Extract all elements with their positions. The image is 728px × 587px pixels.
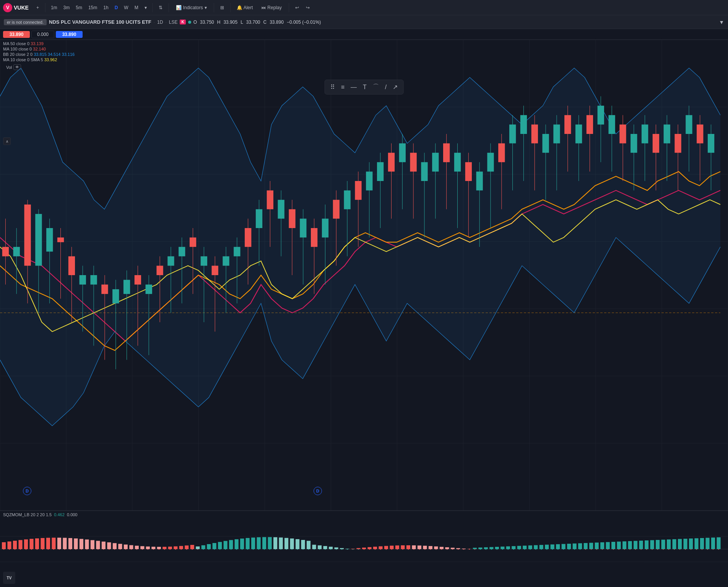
tf-15m[interactable]: 15m xyxy=(86,3,99,12)
sep2 xyxy=(152,3,153,12)
draw-lines-button[interactable]: ≡ xyxy=(339,82,347,92)
sub-chart[interactable]: SQZMOM_LB 20 2 20 1.5 0.462 0.000 TV xyxy=(0,510,728,587)
alert-button[interactable]: 🔔 Alert xyxy=(234,3,256,12)
indicators-chevron: ▾ xyxy=(205,5,207,10)
high-label: H xyxy=(217,20,221,25)
alert-icon: 🔔 xyxy=(237,5,242,10)
tf-M[interactable]: M xyxy=(132,3,141,12)
high-value: 33.905 xyxy=(223,20,237,25)
draw-horizontal-button[interactable]: — xyxy=(348,82,359,92)
draw-text-button[interactable]: T xyxy=(361,82,369,92)
live-price-dot xyxy=(188,21,191,24)
sep1 xyxy=(45,3,46,12)
tf-W[interactable]: W xyxy=(122,3,130,12)
tf-D[interactable]: D xyxy=(112,3,120,12)
draw-curve-button[interactable]: ⌒ xyxy=(370,82,381,93)
indicators-label: Indicators xyxy=(183,5,203,10)
tf-3m[interactable]: 3m xyxy=(61,3,72,12)
price-right-input[interactable] xyxy=(56,31,83,38)
price-input-row xyxy=(0,29,728,40)
sep5 xyxy=(230,3,231,12)
main-chart[interactable]: MA 50 close 0 33.139 MA 100 close 0 32.1… xyxy=(0,40,728,510)
indicators-icon: 📊 xyxy=(176,5,182,10)
sep3 xyxy=(169,3,169,12)
brand-name: VUKE xyxy=(14,5,29,11)
d-label-left: D xyxy=(23,487,31,495)
tf-more[interactable]: ▾ xyxy=(142,3,149,12)
redo-button[interactable]: ↪ xyxy=(303,3,313,12)
symbol-bar: er is not connected. NDS PLC VANGUARD FT… xyxy=(0,15,728,29)
sqzmom-val1: 0.462 xyxy=(54,512,65,517)
tradingview-logo: TV xyxy=(3,572,15,584)
sqzmom-val2: 0.000 xyxy=(67,512,78,517)
draw-arrow-button[interactable]: ↗ xyxy=(390,82,400,92)
sep6 xyxy=(289,3,289,12)
compare-button[interactable]: ⇅ xyxy=(156,3,166,12)
symbol-name: NDS PLC VANGUARD FTSE 100 UCITS ETF xyxy=(49,19,151,25)
drawing-toolbar: ⠿ ≡ — T ⌒ / ↗ xyxy=(325,80,404,95)
price-left-input[interactable] xyxy=(3,31,30,38)
chart-container: MA 50 close 0 33.139 MA 100 close 0 32.1… xyxy=(0,40,728,587)
undo-redo-group: ↩ ↪ xyxy=(292,3,313,12)
sep4 xyxy=(214,3,214,12)
sqzmom-label: SQZMOM_LB 20 2 20 1.5 0.462 0.000 xyxy=(3,512,77,517)
logo-icon: V xyxy=(3,3,12,12)
draw-line-button[interactable]: / xyxy=(383,82,389,92)
replay-icon: ⏮ xyxy=(261,5,266,10)
indicators-button[interactable]: 📊 Indicators ▾ xyxy=(172,3,211,12)
add-chart-button[interactable]: + xyxy=(33,3,42,12)
price-change: −0.005 (−0.01%) xyxy=(287,20,321,25)
open-label: O xyxy=(193,20,197,25)
tf-1h[interactable]: 1h xyxy=(101,3,110,12)
close-label: C xyxy=(263,20,267,25)
ohlc-display: O 33.750 H 33.905 L 33.700 C 33.890 −0.0… xyxy=(193,20,321,25)
sep-dot1: · xyxy=(154,20,155,25)
exchange-name: LSE xyxy=(169,20,178,25)
undo-button[interactable]: ↩ xyxy=(292,3,302,12)
layout-button[interactable]: ⊞ xyxy=(217,3,227,12)
tf-5m[interactable]: 5m xyxy=(73,3,84,12)
chart-collapse-button[interactable]: ∧ xyxy=(3,137,11,145)
draw-drag-button[interactable]: ⠿ xyxy=(328,82,337,92)
d-label-right: D xyxy=(314,487,322,495)
sep-dot2: · xyxy=(165,20,166,25)
tf-1m[interactable]: 1m xyxy=(49,3,60,12)
replay-button[interactable]: ⏮ Replay xyxy=(257,3,285,12)
main-toolbar: V VUKE + 1m 3m 5m 15m 1h D W M ▾ ⇅ 📊 Ind… xyxy=(0,0,728,15)
brand-logo[interactable]: V VUKE xyxy=(3,3,29,12)
price-change-input[interactable] xyxy=(31,31,54,38)
collapse-symbol-bar-button[interactable]: ▼ xyxy=(719,19,724,25)
close-value: 33.890 xyxy=(270,20,284,25)
low-value: 33.700 xyxy=(246,20,260,25)
replay-label: Replay xyxy=(267,5,281,10)
timeframe-display: 1D xyxy=(157,20,163,25)
low-label: L xyxy=(240,20,243,25)
k-badge: K xyxy=(180,20,185,24)
connection-status: er is not connected. xyxy=(4,19,47,25)
open-value: 33.750 xyxy=(200,20,214,25)
alert-label: Alert xyxy=(244,5,253,10)
